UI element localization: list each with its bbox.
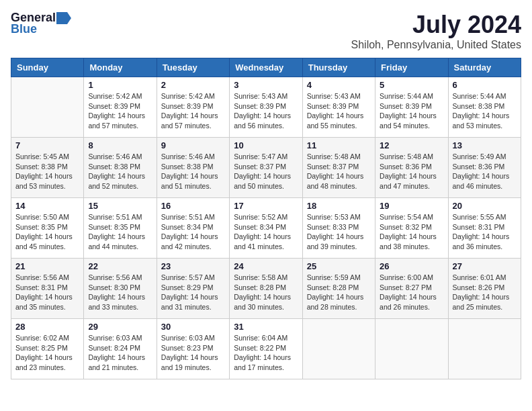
calendar-week-row: 7Sunrise: 5:45 AM Sunset: 8:38 PM Daylig…: [11, 138, 521, 198]
logo: General Blue: [11, 11, 72, 36]
calendar-cell: 3Sunrise: 5:43 AM Sunset: 8:39 PM Daylig…: [230, 77, 302, 138]
day-info: Sunrise: 6:00 AM Sunset: 8:27 PM Dayligh…: [380, 273, 443, 312]
calendar-cell: 28Sunrise: 6:02 AM Sunset: 8:25 PM Dayli…: [11, 319, 84, 379]
weekday-header-wednesday: Wednesday: [230, 58, 302, 77]
day-info: Sunrise: 5:47 AM Sunset: 8:37 PM Dayligh…: [234, 152, 298, 191]
day-info: Sunrise: 5:46 AM Sunset: 8:38 PM Dayligh…: [88, 152, 152, 191]
location-title: Shiloh, Pennsylvania, United States: [351, 39, 521, 51]
day-number: 7: [15, 140, 79, 150]
weekday-header-row: SundayMondayTuesdayWednesdayThursdayFrid…: [11, 58, 521, 77]
calendar-week-row: 1Sunrise: 5:42 AM Sunset: 8:39 PM Daylig…: [11, 77, 521, 138]
calendar-cell: [11, 77, 84, 138]
day-info: Sunrise: 6:02 AM Sunset: 8:25 PM Dayligh…: [15, 333, 79, 373]
day-number: 11: [307, 140, 371, 150]
day-number: 20: [453, 201, 517, 211]
calendar-cell: 10Sunrise: 5:47 AM Sunset: 8:37 PM Dayli…: [230, 138, 302, 198]
title-area: July 2024 Shiloh, Pennsylvania, United S…: [351, 11, 521, 51]
calendar-cell: [448, 319, 521, 379]
calendar-cell: 12Sunrise: 5:48 AM Sunset: 8:36 PM Dayli…: [375, 138, 448, 198]
day-number: 12: [380, 140, 443, 150]
day-number: 14: [15, 201, 79, 211]
calendar-cell: 6Sunrise: 5:44 AM Sunset: 8:38 PM Daylig…: [448, 77, 521, 138]
calendar-cell: 15Sunrise: 5:51 AM Sunset: 8:35 PM Dayli…: [84, 198, 157, 259]
calendar-cell: 29Sunrise: 6:03 AM Sunset: 8:24 PM Dayli…: [84, 319, 157, 379]
day-info: Sunrise: 5:48 AM Sunset: 8:36 PM Dayligh…: [380, 152, 443, 191]
day-info: Sunrise: 5:59 AM Sunset: 8:28 PM Dayligh…: [307, 273, 371, 312]
calendar-cell: 19Sunrise: 5:54 AM Sunset: 8:32 PM Dayli…: [375, 198, 448, 259]
calendar-cell: 20Sunrise: 5:55 AM Sunset: 8:31 PM Dayli…: [448, 198, 521, 259]
day-number: 10: [234, 140, 298, 150]
day-number: 31: [234, 322, 298, 332]
day-number: 6: [453, 80, 517, 90]
day-number: 21: [15, 261, 79, 271]
calendar-cell: 26Sunrise: 6:00 AM Sunset: 8:27 PM Dayli…: [375, 259, 448, 319]
day-info: Sunrise: 5:53 AM Sunset: 8:33 PM Dayligh…: [307, 212, 371, 252]
day-number: 17: [234, 201, 298, 211]
day-info: Sunrise: 5:51 AM Sunset: 8:34 PM Dayligh…: [161, 212, 225, 252]
day-info: Sunrise: 5:52 AM Sunset: 8:34 PM Dayligh…: [234, 212, 298, 252]
day-number: 4: [307, 80, 371, 90]
day-number: 16: [161, 201, 225, 211]
calendar-cell: 13Sunrise: 5:49 AM Sunset: 8:36 PM Dayli…: [448, 138, 521, 198]
day-info: Sunrise: 5:51 AM Sunset: 8:35 PM Dayligh…: [88, 212, 152, 252]
calendar-cell: 25Sunrise: 5:59 AM Sunset: 8:28 PM Dayli…: [302, 259, 375, 319]
calendar-cell: 23Sunrise: 5:57 AM Sunset: 8:29 PM Dayli…: [157, 259, 229, 319]
day-info: Sunrise: 5:45 AM Sunset: 8:38 PM Dayligh…: [15, 152, 79, 191]
calendar-table: SundayMondayTuesdayWednesdayThursdayFrid…: [11, 58, 521, 379]
calendar-cell: 5Sunrise: 5:44 AM Sunset: 8:39 PM Daylig…: [375, 77, 448, 138]
calendar-cell: 18Sunrise: 5:53 AM Sunset: 8:33 PM Dayli…: [302, 198, 375, 259]
calendar-cell: 2Sunrise: 5:42 AM Sunset: 8:39 PM Daylig…: [157, 77, 229, 138]
calendar-cell: 31Sunrise: 6:04 AM Sunset: 8:22 PM Dayli…: [230, 319, 302, 379]
day-info: Sunrise: 5:54 AM Sunset: 8:32 PM Dayligh…: [380, 212, 443, 252]
logo-blue-text: Blue: [11, 22, 37, 36]
calendar-cell: [375, 319, 448, 379]
day-number: 25: [307, 261, 371, 271]
weekday-header-tuesday: Tuesday: [157, 58, 229, 77]
day-number: 3: [234, 80, 298, 90]
calendar-cell: 11Sunrise: 5:48 AM Sunset: 8:37 PM Dayli…: [302, 138, 375, 198]
calendar-cell: 9Sunrise: 5:46 AM Sunset: 8:38 PM Daylig…: [157, 138, 229, 198]
day-info: Sunrise: 6:01 AM Sunset: 8:26 PM Dayligh…: [453, 273, 517, 312]
day-info: Sunrise: 6:03 AM Sunset: 8:23 PM Dayligh…: [161, 333, 225, 373]
calendar-cell: 17Sunrise: 5:52 AM Sunset: 8:34 PM Dayli…: [230, 198, 302, 259]
svg-marker-0: [56, 12, 71, 24]
day-number: 15: [88, 201, 152, 211]
calendar-cell: 7Sunrise: 5:45 AM Sunset: 8:38 PM Daylig…: [11, 138, 84, 198]
day-info: Sunrise: 5:46 AM Sunset: 8:38 PM Dayligh…: [161, 152, 225, 191]
day-info: Sunrise: 6:03 AM Sunset: 8:24 PM Dayligh…: [88, 333, 152, 373]
weekday-header-saturday: Saturday: [448, 58, 521, 77]
page-header: General Blue July 2024 Shiloh, Pennsylva…: [11, 11, 521, 51]
day-info: Sunrise: 5:56 AM Sunset: 8:31 PM Dayligh…: [15, 273, 79, 312]
day-number: 23: [161, 261, 225, 271]
day-info: Sunrise: 5:55 AM Sunset: 8:31 PM Dayligh…: [453, 212, 517, 252]
day-info: Sunrise: 5:50 AM Sunset: 8:35 PM Dayligh…: [15, 212, 79, 252]
calendar-cell: 21Sunrise: 5:56 AM Sunset: 8:31 PM Dayli…: [11, 259, 84, 319]
weekday-header-sunday: Sunday: [11, 58, 84, 77]
calendar-week-row: 28Sunrise: 6:02 AM Sunset: 8:25 PM Dayli…: [11, 319, 521, 379]
day-info: Sunrise: 5:48 AM Sunset: 8:37 PM Dayligh…: [307, 152, 371, 191]
day-number: 5: [380, 80, 443, 90]
day-number: 8: [88, 140, 152, 150]
day-info: Sunrise: 5:44 AM Sunset: 8:38 PM Dayligh…: [453, 91, 517, 131]
calendar-cell: 8Sunrise: 5:46 AM Sunset: 8:38 PM Daylig…: [84, 138, 157, 198]
day-number: 26: [380, 261, 443, 271]
calendar-cell: 27Sunrise: 6:01 AM Sunset: 8:26 PM Dayli…: [448, 259, 521, 319]
calendar-cell: 30Sunrise: 6:03 AM Sunset: 8:23 PM Dayli…: [157, 319, 229, 379]
day-number: 30: [161, 322, 225, 332]
day-number: 18: [307, 201, 371, 211]
calendar-cell: 22Sunrise: 5:56 AM Sunset: 8:30 PM Dayli…: [84, 259, 157, 319]
logo-flag-icon: [56, 12, 71, 24]
day-number: 24: [234, 261, 298, 271]
day-number: 29: [88, 322, 152, 332]
calendar-cell: 16Sunrise: 5:51 AM Sunset: 8:34 PM Dayli…: [157, 198, 229, 259]
calendar-cell: [302, 319, 375, 379]
calendar-week-row: 21Sunrise: 5:56 AM Sunset: 8:31 PM Dayli…: [11, 259, 521, 319]
day-number: 22: [88, 261, 152, 271]
day-info: Sunrise: 6:04 AM Sunset: 8:22 PM Dayligh…: [234, 333, 298, 373]
day-info: Sunrise: 5:43 AM Sunset: 8:39 PM Dayligh…: [307, 91, 371, 131]
calendar-cell: 14Sunrise: 5:50 AM Sunset: 8:35 PM Dayli…: [11, 198, 84, 259]
calendar-cell: 1Sunrise: 5:42 AM Sunset: 8:39 PM Daylig…: [84, 77, 157, 138]
calendar-cell: 4Sunrise: 5:43 AM Sunset: 8:39 PM Daylig…: [302, 77, 375, 138]
weekday-header-friday: Friday: [375, 58, 448, 77]
day-number: 9: [161, 140, 225, 150]
